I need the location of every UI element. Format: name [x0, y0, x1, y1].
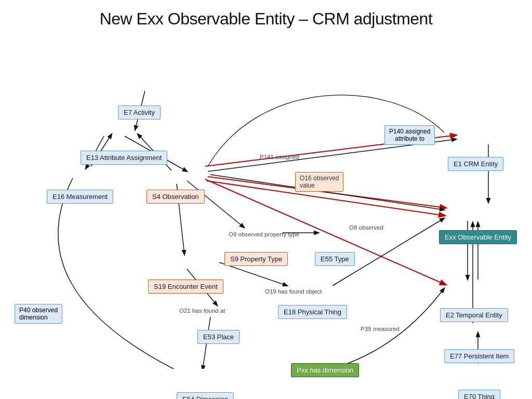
node-s19: S19 Encounter Event — [148, 280, 223, 294]
node-e53: E53 Place — [197, 330, 240, 344]
node-e55: E55 Type — [315, 252, 355, 266]
node-e2: E2 Temporal Entity — [440, 308, 508, 322]
diagram: E7 Activity E13 Attribute Assignment E16… — [0, 29, 532, 397]
label-o9: O9 observed property type — [229, 231, 299, 237]
node-o16: O16 observedvalue — [295, 172, 343, 192]
node-e16: E16 Measurement — [47, 190, 113, 204]
node-s4: S4 Observation — [147, 190, 205, 204]
label-p39: P39 measured — [361, 326, 400, 332]
node-e18: E18 Physical Thing — [278, 305, 347, 319]
node-exx: Exx Observable Entity — [439, 230, 517, 244]
node-p140: P140 assignedattribute to — [384, 125, 435, 145]
label-o8: O8 observed — [349, 224, 383, 231]
page-title: New Exx Observable Entity – CRM adjustme… — [0, 0, 532, 29]
node-e77: E77 Persistent Item — [444, 349, 514, 363]
node-e1: E1 CRM Entity — [448, 157, 503, 171]
label-p141: P141 assigned — [260, 154, 299, 160]
node-e70: E70 Thing — [458, 390, 500, 399]
node-p40: P40 observeddimension — [15, 304, 62, 324]
node-pxx: Pxx has dimension — [291, 363, 359, 377]
node-e13: E13 Attribute Assignment — [81, 151, 167, 165]
node-e7: E7 Activity — [118, 105, 161, 119]
label-o21: O21 has found at — [179, 308, 225, 314]
label-o19: O19 has found object — [265, 288, 322, 295]
node-e54: E54 Dimension — [177, 392, 234, 399]
node-s9: S9 Property Type — [224, 252, 288, 266]
